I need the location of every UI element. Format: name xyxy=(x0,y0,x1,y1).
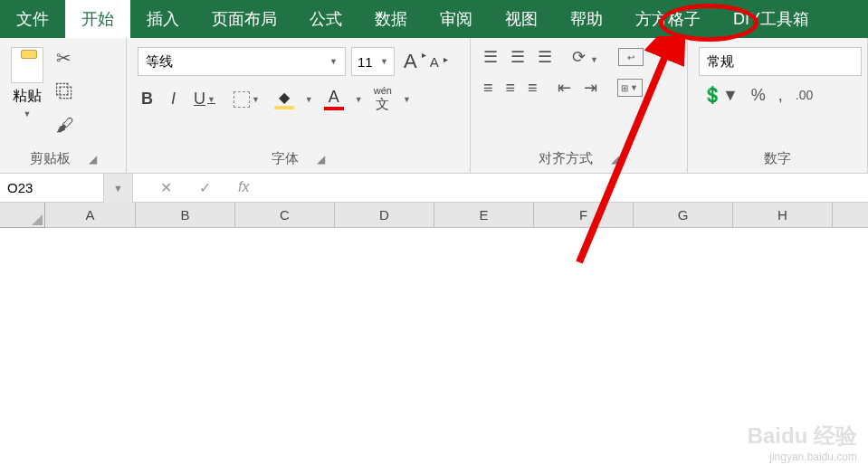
number-group-label: 数字 xyxy=(764,150,791,167)
decrease-font-button[interactable]: A xyxy=(426,54,443,70)
tab-help[interactable]: 帮助 xyxy=(554,0,619,38)
font-group-label: 字体 xyxy=(272,150,299,167)
cancel-formula-icon[interactable]: ✕ xyxy=(160,179,172,196)
column-header[interactable]: F xyxy=(534,203,634,228)
tab-review[interactable]: 审阅 xyxy=(424,0,489,38)
number-group: 常规 💲▼ % , .00 数字 xyxy=(688,38,868,173)
align-center-icon[interactable]: ≡ xyxy=(504,79,518,98)
underline-button[interactable]: U▼ xyxy=(190,88,219,110)
font-dialog-launcher[interactable]: ◢ xyxy=(317,153,325,166)
border-button[interactable]: ▼ xyxy=(230,90,263,109)
border-icon xyxy=(234,91,250,108)
comma-button[interactable]: , xyxy=(778,86,783,105)
ribbon-tabs: 文件 开始 插入 页面布局 公式 数据 审阅 视图 帮助 方方格子 DIY工具箱 xyxy=(0,0,868,38)
fx-icon[interactable]: fx xyxy=(238,179,249,196)
column-header[interactable]: B xyxy=(136,203,235,228)
column-header[interactable]: C xyxy=(235,203,335,228)
align-top-icon[interactable]: ☰ xyxy=(482,47,500,67)
column-header[interactable]: G xyxy=(634,203,733,228)
tab-view[interactable]: 视图 xyxy=(489,0,554,38)
align-group: ☰ ☰ ☰ ⟳ ▼ ↩ ≡ ≡ ≡ ⇤ ⇥ ⊞▼ 对齐方式 ◢ xyxy=(471,38,688,173)
column-header[interactable]: I xyxy=(833,203,868,228)
sheet-grid: ABCDEFGHI11012102310341045105610678 xyxy=(0,203,868,232)
increase-font-button[interactable]: A xyxy=(400,50,421,73)
align-middle-icon[interactable]: ☰ xyxy=(509,47,527,67)
fill-color-button[interactable]: ◆ xyxy=(274,89,294,109)
align-left-icon[interactable]: ≡ xyxy=(482,79,495,98)
align-dialog-launcher[interactable]: ◢ xyxy=(611,153,619,166)
wrap-text-button[interactable]: ↩ xyxy=(618,48,644,66)
increase-decimal-icon[interactable]: .00 xyxy=(796,88,813,102)
name-box-dropdown[interactable]: ▼ xyxy=(104,174,133,203)
formula-bar: O23 ▼ ✕ ✓ fx xyxy=(0,174,868,203)
font-size-select[interactable]: 11 ▼ xyxy=(351,47,395,76)
chevron-down-icon: ▼ xyxy=(329,57,338,66)
format-painter-icon[interactable]: 🖌 xyxy=(56,115,74,136)
column-header[interactable]: H xyxy=(733,203,833,228)
paste-button[interactable]: 粘贴 ▼ xyxy=(11,47,49,118)
tab-formulas[interactable]: 公式 xyxy=(293,0,358,38)
tab-fangfang[interactable]: 方方格子 xyxy=(619,0,717,38)
clipboard-group-label: 剪贴板 xyxy=(30,150,71,167)
tab-data[interactable]: 数据 xyxy=(358,0,424,38)
tab-file[interactable]: 文件 xyxy=(0,0,65,38)
number-format-select[interactable]: 常规 xyxy=(699,47,862,76)
bold-button[interactable]: B xyxy=(138,88,157,110)
column-header[interactable]: D xyxy=(335,203,434,228)
font-group: 等线 ▼ 11 ▼ A A B I U▼ ▼ ◆ ▼ xyxy=(127,38,471,173)
copy-icon[interactable]: ⿻ xyxy=(56,81,74,102)
align-group-label: 对齐方式 xyxy=(539,150,593,167)
column-header[interactable]: E xyxy=(434,203,534,228)
tab-page-layout[interactable]: 页面布局 xyxy=(196,0,293,38)
font-color-bar xyxy=(324,107,344,110)
percent-button[interactable]: % xyxy=(751,86,766,105)
font-name-select[interactable]: 等线 ▼ xyxy=(138,47,346,76)
align-right-icon[interactable]: ≡ xyxy=(526,79,539,98)
ribbon: 粘贴 ▼ ✂ ⿻ 🖌 剪贴板 ◢ 等线 ▼ 11 ▼ xyxy=(0,38,868,174)
paste-label: 粘贴 xyxy=(13,87,42,106)
select-all-corner[interactable] xyxy=(0,203,45,228)
italic-button[interactable]: I xyxy=(167,88,179,110)
tab-insert[interactable]: 插入 xyxy=(130,0,196,38)
indent-increase-icon[interactable]: ⇥ xyxy=(582,78,599,98)
font-color-button[interactable]: A xyxy=(324,88,344,110)
column-header[interactable]: A xyxy=(45,203,136,228)
align-bottom-icon[interactable]: ☰ xyxy=(536,47,554,67)
clipboard-dialog-launcher[interactable]: ◢ xyxy=(89,153,97,166)
watermark-main: Baidu 经验 xyxy=(748,422,857,450)
currency-button[interactable]: 💲▼ xyxy=(702,85,739,105)
watermark-sub: jingyan.baidu.com xyxy=(748,450,857,463)
clipboard-icon xyxy=(11,47,43,83)
tab-diy[interactable]: DIY工具箱 xyxy=(717,0,825,38)
cut-icon[interactable]: ✂ xyxy=(56,47,74,69)
tab-home[interactable]: 开始 xyxy=(65,0,130,38)
clipboard-group: 粘贴 ▼ ✂ ⿻ 🖌 剪贴板 ◢ xyxy=(0,38,127,173)
fill-icon: ◆ xyxy=(279,89,290,106)
name-box[interactable]: O23 xyxy=(0,174,104,203)
fill-color-bar xyxy=(274,106,294,109)
watermark: Baidu 经验 jingyan.baidu.com xyxy=(748,422,857,463)
phonetic-button[interactable]: wén 文 xyxy=(374,85,392,113)
orientation-button[interactable]: ⟳ ▼ xyxy=(570,47,600,67)
indent-decrease-icon[interactable]: ⇤ xyxy=(556,78,573,98)
chevron-down-icon: ▼ xyxy=(380,57,388,66)
chevron-down-icon: ▼ xyxy=(24,109,32,118)
enter-formula-icon[interactable]: ✓ xyxy=(199,179,211,196)
merge-button[interactable]: ⊞▼ xyxy=(617,79,643,97)
